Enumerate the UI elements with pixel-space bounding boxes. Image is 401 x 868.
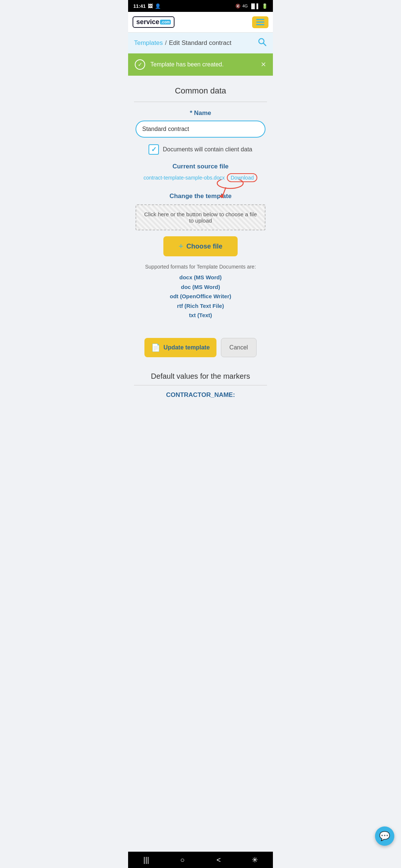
breadcrumb-parent-link[interactable]: Templates — [134, 39, 163, 47]
svg-line-1 — [264, 43, 266, 46]
status-icons: 🔇 4G ▐▌▌ 🔋 — [235, 3, 268, 9]
choose-file-button[interactable]: + Choose file — [163, 236, 238, 256]
name-input[interactable] — [136, 121, 265, 138]
success-content: ✓ Template has been created. — [135, 59, 224, 70]
logo-service-text: service — [136, 18, 159, 26]
close-banner-button[interactable]: ✕ — [261, 60, 266, 69]
status-time-area: 11:41 🖼 👤 — [133, 3, 161, 9]
format-txt: txt (Text) — [136, 310, 265, 320]
status-bar: 11:41 🖼 👤 🔇 4G ▐▌▌ 🔋 — [128, 0, 273, 12]
mute-icon: 🔇 — [235, 4, 241, 9]
cancel-label: Cancel — [229, 344, 248, 351]
menu-line-2 — [256, 22, 264, 23]
format-doc: doc (MS Word) — [136, 282, 265, 292]
logo: service .com — [133, 16, 175, 28]
format-odt: odt (OpenOffice Writer) — [136, 292, 265, 301]
success-message: Template has been created. — [150, 61, 224, 68]
update-icon: 📄 — [151, 343, 160, 352]
menu-line-1 — [256, 19, 264, 20]
source-file-link-row: contract-template-sample-obs.docx Downlo… — [136, 173, 265, 182]
breadcrumb-bar: Templates / Edit Standard contract — [128, 33, 273, 53]
section-title: Common data — [128, 76, 273, 102]
menu-button[interactable] — [252, 16, 268, 28]
signal-bars-icon: ▐▌▌ — [250, 3, 260, 9]
breadcrumb: Templates / Edit Standard contract — [134, 39, 231, 47]
form-area: * Name ✓ Documents will contain client d… — [128, 102, 273, 328]
format-docx: docx (MS Word) — [136, 273, 265, 282]
dropzone-text: Click here or the button below to choose… — [144, 211, 257, 224]
success-check-icon: ✓ — [135, 59, 145, 70]
bottom-section: Default values for the markers CONTRACTO… — [128, 365, 273, 437]
name-field-label: * Name — [136, 109, 265, 117]
nav-bar: service .com — [128, 12, 273, 33]
status-person-icon: 👤 — [155, 3, 161, 9]
search-button[interactable] — [257, 37, 267, 49]
supported-formats-label: Supported formats for Template Documents… — [136, 264, 265, 270]
checkbox-check-icon: ✓ — [151, 145, 157, 154]
plus-icon: + — [179, 241, 183, 251]
status-time: 11:41 — [133, 3, 146, 9]
cancel-button[interactable]: Cancel — [221, 338, 257, 357]
signal-4g-icon: 4G — [242, 4, 248, 8]
contractor-name-label: CONTRACTOR_NAME: — [134, 391, 267, 402]
upload-dropzone[interactable]: Click here or the button below to choose… — [136, 204, 265, 230]
breadcrumb-separator: / — [165, 40, 166, 46]
logo-dotcom-text: .com — [160, 20, 171, 24]
default-divider — [134, 385, 267, 385]
update-template-button[interactable]: 📄 Update template — [144, 338, 216, 357]
breadcrumb-current: Edit Standard contract — [169, 39, 231, 47]
update-label: Update template — [163, 344, 209, 351]
source-file-section: Current source file contract-template-sa… — [136, 163, 265, 182]
change-template-title: Change the template — [136, 193, 265, 200]
format-rtf: rtf (Rich Text File) — [136, 301, 265, 311]
action-buttons: 📄 Update template Cancel — [128, 328, 273, 365]
source-file-title: Current source file — [136, 163, 265, 170]
choose-file-label: Choose file — [186, 243, 222, 250]
battery-icon: 🔋 — [262, 3, 268, 9]
checkbox-row: ✓ Documents will contain client data — [136, 144, 265, 155]
menu-line-3 — [256, 24, 264, 25]
status-image-icon: 🖼 — [148, 3, 153, 9]
download-link[interactable]: Download — [227, 173, 257, 182]
default-values-title: Default values for the markers — [134, 365, 267, 385]
source-file-link[interactable]: contract-template-sample-obs.docx — [144, 175, 225, 181]
checkbox-label: Documents will contain client data — [163, 146, 252, 153]
client-data-checkbox[interactable]: ✓ — [149, 144, 159, 155]
success-banner: ✓ Template has been created. ✕ — [128, 53, 273, 76]
